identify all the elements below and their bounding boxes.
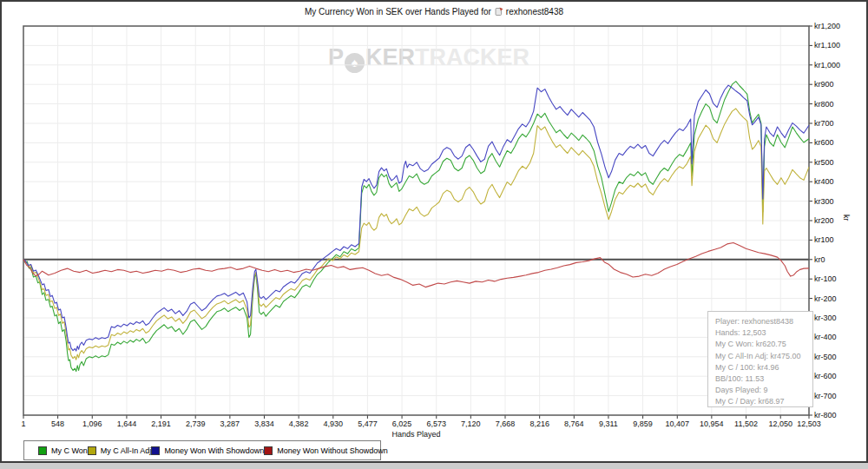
x-tick-label: 10,407 (666, 419, 690, 428)
x-tick-label: 1,096 (82, 419, 102, 428)
y-tick-label: kr600 (814, 138, 834, 147)
x-tick-label: 8,216 (529, 419, 549, 428)
legend-label: My C All-In Adj (101, 446, 152, 455)
x-tick-label: 4,382 (289, 419, 309, 428)
y-tick-label: kr-700 (814, 392, 837, 400)
x-tick-label: 1 (21, 419, 25, 428)
legend-item-with-showdown[interactable]: Money Won With Showdown (151, 446, 264, 455)
y-tick-label: kr800 (814, 100, 834, 109)
series-line-money-won-without-showdown (23, 243, 809, 287)
legend-item-without-showdown[interactable]: Money Won Without Showdown (264, 446, 387, 455)
x-axis-title: Hands Played (23, 430, 809, 439)
x-tick-label: 9,859 (633, 419, 653, 428)
x-tick-label: 9,311 (599, 419, 618, 428)
y-tick-label: kr300 (814, 197, 834, 206)
stat-my-c-per-day: My C / Day: kr68.97 (715, 396, 812, 407)
y-tick-label: kr0 (814, 255, 825, 264)
x-tick-label: 6,025 (392, 419, 412, 428)
stat-all-in-adj: My C All-In Adj: kr475.00 (715, 351, 812, 362)
x-tick-label: 8,764 (564, 419, 584, 428)
y-tick-label: kr-500 (814, 353, 837, 361)
y-tick-label: kr-300 (814, 314, 837, 322)
y-tick-label: kr-100 (814, 274, 837, 283)
x-tick-label: 4,930 (324, 419, 344, 428)
y-tick-label: kr500 (814, 158, 834, 167)
stat-my-c-per-100: My C / 100: kr4.96 (715, 362, 812, 373)
chart-legend: My C Won My C All-In Adj Money Won With … (23, 440, 381, 460)
y-tick-label: kr-400 (814, 333, 837, 341)
x-tick-label: 12,503 (797, 419, 821, 428)
x-tick-label: 3,834 (254, 419, 274, 428)
x-tick-label: 548 (51, 419, 64, 428)
x-tick-label: 12,050 (768, 419, 792, 428)
x-tick-label: 10,954 (700, 419, 724, 428)
x-tick-label: 7,120 (461, 419, 481, 428)
x-tick-label: 11,502 (734, 419, 758, 428)
stat-my-c-won: My C Won: kr620.75 (715, 339, 812, 350)
y-tick-label: kr1,000 (814, 61, 840, 69)
y-tick-label: kr100 (814, 235, 834, 244)
y-tick-label: kr900 (814, 80, 834, 89)
legend-label: My C Won (51, 446, 88, 455)
with-showdown-swatch (151, 446, 160, 455)
without-showdown-swatch (264, 446, 273, 455)
stat-bb-per-100: BB/100: 11.53 (715, 373, 812, 385)
graph-window: My Currency Won in SEK over Hands Played… (0, 0, 868, 463)
y-tick-label: kr-600 (814, 372, 837, 380)
legend-item-all-in-adj[interactable]: My C All-In Adj (88, 446, 152, 455)
my-c-won-swatch (38, 446, 47, 455)
y-tick-label: kr200 (814, 216, 834, 225)
all-in-adj-swatch (88, 446, 96, 455)
x-tick-label: 1,644 (117, 419, 137, 428)
x-tick-label: 7,668 (496, 419, 516, 428)
stat-hands: Hands: 12,503 (715, 327, 812, 339)
y-tick-label: kr-800 (814, 411, 837, 419)
y-tick-label: kr700 (814, 119, 834, 128)
x-tick-label: 5,477 (358, 419, 378, 428)
series-line-money-won-with-showdown (23, 85, 809, 351)
y-axis-title: kr (842, 215, 851, 221)
y-tick-label: kr-200 (814, 294, 837, 303)
x-tick-label: 2,739 (186, 419, 206, 428)
x-tick-label: 2,191 (151, 419, 171, 428)
y-tick-label: kr1,200 (814, 22, 840, 30)
legend-item-my-c-won[interactable]: My C Won (38, 446, 88, 455)
x-tick-label: 3,287 (220, 419, 240, 428)
legend-label: Money Won Without Showdown (277, 446, 387, 455)
stat-player: Player: rexhonest8438 (715, 316, 812, 327)
y-tick-label: kr1,100 (814, 41, 840, 50)
legend-label: Money Won With Showdown (164, 446, 264, 455)
stat-days-played: Days Played: 9 (715, 385, 812, 396)
session-stats-box: Player: rexhonest8438 Hands: 12,503 My C… (707, 311, 813, 407)
y-tick-label: kr400 (814, 177, 834, 186)
x-tick-label: 6,573 (426, 419, 446, 428)
